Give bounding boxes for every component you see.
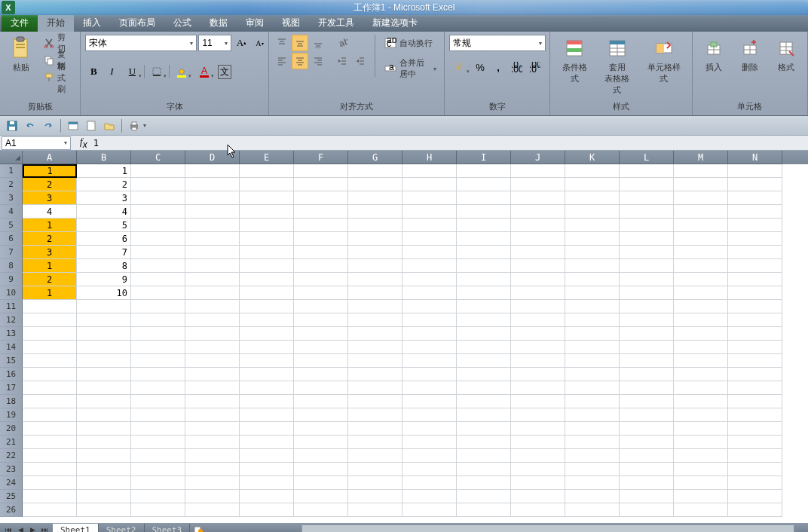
cell-H8[interactable] [402,259,457,273]
cell-N11[interactable] [728,300,782,313]
cell-H22[interactable] [402,449,457,463]
cell-K4[interactable] [565,205,620,219]
cell-D24[interactable] [185,476,240,490]
cell-M8[interactable] [674,259,728,273]
increase-font-button[interactable]: A▴ [233,35,249,51]
cell-K11[interactable] [565,300,620,313]
new-button[interactable] [84,118,99,133]
cell-A18[interactable] [23,395,77,408]
cell-G24[interactable] [348,476,402,490]
cell-N1[interactable] [728,164,782,178]
cell-A14[interactable] [23,341,77,354]
cell-J7[interactable] [511,246,565,259]
cell-I18[interactable] [457,395,511,408]
cell-J8[interactable] [511,259,565,273]
cell-C16[interactable] [131,368,185,381]
cell-J13[interactable] [511,327,565,341]
cell-F7[interactable] [294,246,348,259]
cell-styles-button[interactable]: 单元格样式 [640,35,687,86]
row-header-18[interactable]: 18 [0,395,23,408]
cell-C14[interactable] [131,341,185,354]
row-header-14[interactable]: 14 [0,341,23,354]
table-format-button[interactable]: 套用 表格格式 [598,35,638,97]
cell-L12[interactable] [620,313,674,327]
cell-M2[interactable] [674,178,728,191]
wrap-text-button[interactable]: abc自动换行 [381,35,439,51]
cell-K9[interactable] [565,273,620,286]
undo-button[interactable] [23,118,38,133]
cell-B8[interactable]: 8 [77,259,131,273]
cell-J11[interactable] [511,300,565,313]
cell-H11[interactable] [402,300,457,313]
cell-L24[interactable] [620,476,674,490]
cell-I7[interactable] [457,246,511,259]
cell-E5[interactable] [240,219,294,232]
cell-E7[interactable] [240,246,294,259]
cell-L25[interactable] [620,490,674,503]
align-center-button[interactable] [292,53,308,69]
cell-C24[interactable] [131,476,185,490]
cell-K2[interactable] [565,178,620,191]
cell-E1[interactable] [240,164,294,178]
cell-D10[interactable] [185,286,240,300]
row-header-4[interactable]: 4 [0,205,23,219]
cell-M22[interactable] [674,449,728,463]
cell-H17[interactable] [402,381,457,395]
cell-H4[interactable] [402,205,457,219]
cell-L5[interactable] [620,219,674,232]
cell-M11[interactable] [674,300,728,313]
cell-B22[interactable] [77,449,131,463]
insert-cells-button[interactable]: 插入 [697,35,730,75]
cell-G5[interactable] [348,219,402,232]
cell-E20[interactable] [240,422,294,436]
cell-M16[interactable] [674,368,728,381]
cell-K23[interactable] [565,463,620,476]
cell-G2[interactable] [348,178,402,191]
cell-L8[interactable] [620,259,674,273]
cell-J24[interactable] [511,476,565,490]
sheet-tab-Sheet3[interactable]: Sheet3 [145,524,191,533]
cell-H21[interactable] [402,436,457,449]
col-header-K[interactable]: K [565,151,620,164]
cell-A16[interactable] [23,368,77,381]
cell-F15[interactable] [294,354,348,368]
cell-N16[interactable] [728,368,782,381]
cell-L15[interactable] [620,354,674,368]
cell-H13[interactable] [402,327,457,341]
border-button[interactable] [146,63,167,80]
cell-L18[interactable] [620,395,674,408]
cell-B13[interactable] [77,327,131,341]
cell-D16[interactable] [185,368,240,381]
cell-I17[interactable] [457,381,511,395]
cell-C20[interactable] [131,422,185,436]
cell-D19[interactable] [185,408,240,422]
cell-D22[interactable] [185,449,240,463]
cell-C6[interactable] [131,232,185,246]
cell-A25[interactable] [23,490,77,503]
comma-button[interactable]: , [490,59,507,75]
cell-G21[interactable] [348,436,402,449]
row-header-20[interactable]: 20 [0,422,23,436]
cell-D23[interactable] [185,463,240,476]
cell-A3[interactable]: 3 [23,191,77,205]
cell-E2[interactable] [240,178,294,191]
row-header-9[interactable]: 9 [0,273,23,286]
phonetic-button[interactable]: 文 [216,63,233,80]
cell-I20[interactable] [457,422,511,436]
cell-A22[interactable] [23,449,77,463]
cell-A6[interactable]: 2 [23,232,77,246]
cell-J3[interactable] [511,191,565,205]
cell-N9[interactable] [728,273,782,286]
cell-E25[interactable] [240,490,294,503]
cell-D21[interactable] [185,436,240,449]
cell-C12[interactable] [131,313,185,327]
cell-C23[interactable] [131,463,185,476]
cell-J21[interactable] [511,436,565,449]
row-header-22[interactable]: 22 [0,449,23,463]
cell-M17[interactable] [674,381,728,395]
row-header-25[interactable]: 25 [0,490,23,503]
cell-N5[interactable] [728,219,782,232]
cell-B21[interactable] [77,436,131,449]
col-header-H[interactable]: H [402,151,457,164]
cell-I10[interactable] [457,286,511,300]
